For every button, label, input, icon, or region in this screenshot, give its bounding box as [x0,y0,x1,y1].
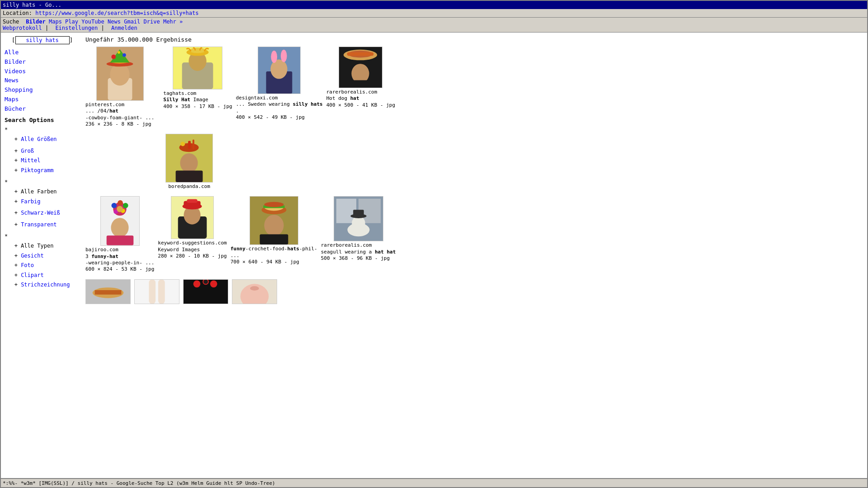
image-thumb-8[interactable] [334,196,383,241]
image-subtitle-6: -wearing-people-in- ... [85,260,154,266]
image-thumb-1[interactable] [173,47,222,89]
image-thumb-12[interactable] [232,279,277,304]
image-title-5: ... [231,253,317,259]
image-row-4 [85,279,862,307]
image-caption-8: rarerborealis.com seagull wearing a hat … [321,242,396,262]
svg-point-25 [180,153,198,173]
image-result-4: boredpanda.com [165,134,213,190]
svg-point-17 [281,50,287,62]
nav-alle-link[interactable]: Alle [5,48,80,57]
filter-transparent-link[interactable]: Transparent [21,221,57,228]
image-caption-7: keyword-suggestions.com Keyword Images 2… [158,240,226,259]
main-content: [silly hats] Alle Bilder Videos News Sho… [1,33,867,478]
svg-rect-64 [95,290,122,295]
svg-point-37 [123,203,128,208]
nav-bilder-sidebar-link[interactable]: Bilder [5,57,80,67]
filter-clipart-link[interactable]: Clipart [21,272,44,278]
nav-einstellungen-link[interactable]: Einstellungen [55,25,98,31]
footer-text: *:%%- *w3m* [IMG(SSL)] / silly hats - Go… [3,480,275,486]
search-input[interactable]: silly hats [15,36,70,44]
filter-star-3: * [5,232,80,242]
nav-drive-link[interactable]: Drive [144,19,160,25]
filter-alle-groessen-link[interactable]: Alle Größen [21,136,57,142]
image-caption-6: bajiroo.com 3 funny-hat -wearing-people-… [85,247,154,272]
filter-foto: + Foto [5,261,80,271]
image-row-1: pinterest.com ... /04/hat -cowboy-foam-g… [85,47,862,130]
nav-buecher-link[interactable]: Bücher [5,104,80,114]
nav-youtube-link[interactable]: YouTube [81,19,104,25]
image-title-2b: . [236,108,323,114]
filter-alle-farben: + Alle Farben [5,187,80,197]
search-box-area: [silly hats] [5,36,80,44]
image-site-8: rarerborealis.com [321,242,396,249]
filter-farbig-link[interactable]: Farbig [21,198,40,205]
nav-news-link[interactable]: News [108,19,121,25]
nav-suche-label: Suche [3,19,19,25]
results-count: Ungefähr 35.000.000 Ergebnisse [85,36,862,43]
nav-news-sidebar-link[interactable]: News [5,76,80,85]
image-site-2: designtaxi.com [236,95,323,101]
nav-bilder-link[interactable]: Bilder [26,19,45,25]
image-site-1: taghats.com [163,90,232,97]
filter-farbig: + Farbig [5,197,80,207]
filter-mittel-link[interactable]: Mittel [21,157,40,164]
filter-clipart: + Clipart [5,271,80,281]
image-thumb-9[interactable] [85,279,131,304]
filter-gesicht-link[interactable]: Gesicht [21,253,44,259]
filter-schwarzweiss-link[interactable]: Schwarz-Weiß [21,210,60,216]
image-thumb-2[interactable] [258,47,301,94]
image-site-7: keyword-suggestions.com [158,240,226,246]
left-sidebar: [silly hats] Alle Bilder Videos News Sho… [3,34,82,476]
nav-separator-1: | [45,25,52,31]
image-caption-2: designtaxi.com ... Sweden wearing silly … [236,95,323,121]
svg-rect-66 [149,279,156,304]
svg-point-5 [111,55,116,59]
image-caption-5: funny-crochet-food-hats-phil- ... 700 × … [231,246,317,265]
nav-webprotokoll-link[interactable]: Webprotokoll [3,25,42,31]
image-caption-4: boredpanda.com [168,183,210,190]
image-meta-2: 400 × 542 - 49 KB - jpg [236,114,323,121]
svg-point-1 [110,63,129,85]
nav-gmail-link[interactable]: Gmail [124,19,140,25]
svg-rect-49 [259,235,288,245]
image-thumb-0[interactable] [96,47,144,101]
url-link[interactable]: https://www.google.de/search?tbm=isch&q=… [35,10,198,16]
page-body: [silly hats] Alle Bilder Videos News Sho… [1,33,867,478]
image-thumb-7[interactable] [171,196,214,239]
nav-maps-link[interactable]: Maps [49,19,62,25]
image-thumb-10[interactable] [134,279,179,304]
svg-point-28 [180,142,185,146]
image-site-5: funny-crochet-food-hats-phil- [231,246,317,252]
image-result-2: designtaxi.com ... Sweden wearing silly … [236,47,323,121]
svg-point-74 [250,286,259,291]
nav-maps-sidebar-link[interactable]: Maps [5,95,80,104]
image-thumb-5[interactable] [250,196,298,245]
svg-rect-65 [135,279,179,304]
nav-anmelden-link[interactable]: Anmelden [111,25,137,31]
image-thumb-4[interactable] [165,134,213,183]
image-thumb-6[interactable] [100,196,140,246]
filter-piktogramm: + Piktogramm [5,166,80,176]
image-thumb-11[interactable] [183,279,228,304]
svg-point-40 [117,206,123,212]
svg-rect-61 [353,210,364,217]
filter-foto-link[interactable]: Foto [21,262,34,268]
filter-gross-link[interactable]: Groß [21,148,34,154]
filter-strichzeichnung: + Strichzeichnung [5,280,80,290]
nav-play-link[interactable]: Play [65,19,78,25]
image-result-0: pinterest.com ... /04/hat -cowboy-foam-g… [85,47,154,127]
svg-point-36 [118,201,123,206]
image-result-8: rarerborealis.com seagull wearing a hat … [321,196,396,262]
svg-point-7 [118,51,120,54]
filter-strichzeichnung-link[interactable]: Strichzeichnung [21,282,70,288]
image-thumb-3[interactable] [339,47,382,88]
image-subtitile-0: -cowboy-foam-giant- ... [85,115,154,121]
nav-shopping-link[interactable]: Shopping [5,85,80,95]
svg-rect-23 [347,52,374,56]
nav-mehr-link[interactable]: Mehr » [163,19,183,25]
nav-videos-link[interactable]: Videos [5,67,80,76]
results-area: Ungefähr 35.000.000 Ergebnisse [82,34,865,476]
svg-point-70 [203,279,208,284]
filter-piktogramm-link[interactable]: Piktogramm [21,167,53,174]
image-result-1: taghats.com Silly Hat Image 400 × 358 - … [163,47,232,110]
